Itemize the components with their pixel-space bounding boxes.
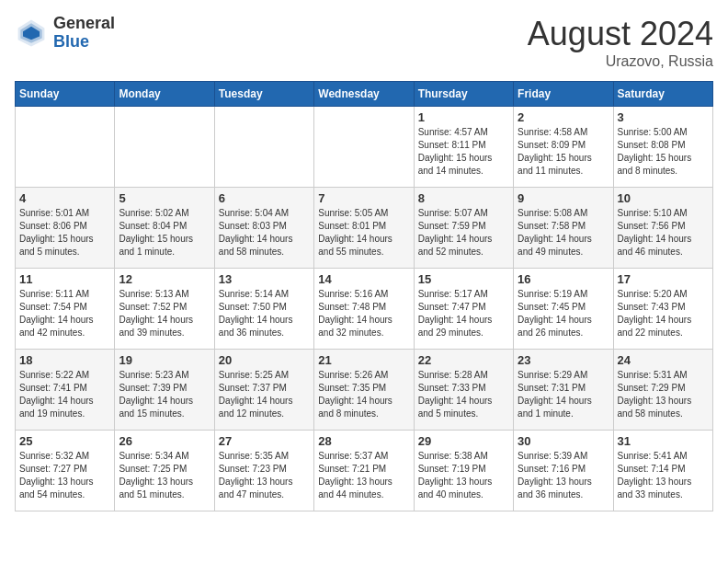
- day-number: 5: [119, 191, 210, 205]
- weekday-header-saturday: Saturday: [613, 82, 712, 107]
- day-number: 8: [418, 191, 509, 205]
- weekday-header-row: SundayMondayTuesdayWednesdayThursdayFrid…: [16, 82, 713, 107]
- calendar-week-4: 18Sunrise: 5:22 AM Sunset: 7:41 PM Dayli…: [16, 350, 713, 431]
- logo-icon: [15, 17, 48, 50]
- day-number: 13: [219, 272, 310, 286]
- logo: General Blue: [15, 15, 115, 52]
- calendar-week-2: 4Sunrise: 5:01 AM Sunset: 8:06 PM Daylig…: [16, 188, 713, 269]
- calendar-week-3: 11Sunrise: 5:11 AM Sunset: 7:54 PM Dayli…: [16, 269, 713, 350]
- calendar-week-5: 25Sunrise: 5:32 AM Sunset: 7:27 PM Dayli…: [16, 431, 713, 511]
- day-number: 30: [518, 434, 609, 448]
- calendar-cell: 29Sunrise: 5:38 AM Sunset: 7:19 PM Dayli…: [414, 431, 513, 511]
- day-info: Sunrise: 5:31 AM Sunset: 7:29 PM Dayligh…: [618, 369, 709, 420]
- day-number: 26: [119, 434, 210, 448]
- weekday-header-thursday: Thursday: [414, 82, 513, 107]
- calendar-cell: 24Sunrise: 5:31 AM Sunset: 7:29 PM Dayli…: [613, 350, 712, 431]
- calendar-cell: 28Sunrise: 5:37 AM Sunset: 7:21 PM Dayli…: [314, 431, 414, 511]
- day-number: 16: [518, 272, 609, 286]
- day-number: 3: [618, 110, 709, 124]
- day-info: Sunrise: 5:41 AM Sunset: 7:14 PM Dayligh…: [618, 450, 709, 501]
- calendar-cell: 7Sunrise: 5:05 AM Sunset: 8:01 PM Daylig…: [314, 188, 414, 269]
- day-info: Sunrise: 5:11 AM Sunset: 7:54 PM Dayligh…: [19, 288, 110, 339]
- calendar-cell: 5Sunrise: 5:02 AM Sunset: 8:04 PM Daylig…: [115, 188, 214, 269]
- calendar-cell: [314, 107, 414, 188]
- day-info: Sunrise: 5:29 AM Sunset: 7:31 PM Dayligh…: [518, 369, 609, 420]
- day-info: Sunrise: 5:04 AM Sunset: 8:03 PM Dayligh…: [219, 207, 310, 259]
- day-info: Sunrise: 4:57 AM Sunset: 8:11 PM Dayligh…: [418, 126, 509, 178]
- day-info: Sunrise: 5:32 AM Sunset: 7:27 PM Dayligh…: [19, 450, 110, 501]
- day-info: Sunrise: 5:16 AM Sunset: 7:48 PM Dayligh…: [318, 288, 409, 339]
- day-info: Sunrise: 5:25 AM Sunset: 7:37 PM Dayligh…: [219, 369, 310, 420]
- calendar-cell: 10Sunrise: 5:10 AM Sunset: 7:56 PM Dayli…: [613, 188, 712, 269]
- day-info: Sunrise: 5:22 AM Sunset: 7:41 PM Dayligh…: [19, 369, 110, 420]
- weekday-header-wednesday: Wednesday: [314, 82, 414, 107]
- calendar-cell: 26Sunrise: 5:34 AM Sunset: 7:25 PM Dayli…: [115, 431, 214, 511]
- calendar-cell: 25Sunrise: 5:32 AM Sunset: 7:27 PM Dayli…: [16, 431, 115, 511]
- month-year: August 2024: [528, 15, 713, 53]
- calendar-cell: 1Sunrise: 4:57 AM Sunset: 8:11 PM Daylig…: [414, 107, 513, 188]
- day-number: 29: [418, 434, 509, 448]
- calendar-cell: 4Sunrise: 5:01 AM Sunset: 8:06 PM Daylig…: [16, 188, 115, 269]
- calendar-week-1: 1Sunrise: 4:57 AM Sunset: 8:11 PM Daylig…: [16, 107, 713, 188]
- calendar-cell: 11Sunrise: 5:11 AM Sunset: 7:54 PM Dayli…: [16, 269, 115, 350]
- day-info: Sunrise: 5:10 AM Sunset: 7:56 PM Dayligh…: [618, 207, 709, 259]
- calendar-cell: 9Sunrise: 5:08 AM Sunset: 7:58 PM Daylig…: [514, 188, 613, 269]
- day-info: Sunrise: 5:00 AM Sunset: 8:08 PM Dayligh…: [618, 126, 709, 178]
- calendar-cell: 17Sunrise: 5:20 AM Sunset: 7:43 PM Dayli…: [613, 269, 712, 350]
- title-block: August 2024 Urazovo, Russia: [528, 15, 713, 70]
- calendar-cell: 2Sunrise: 4:58 AM Sunset: 8:09 PM Daylig…: [514, 107, 613, 188]
- day-info: Sunrise: 5:26 AM Sunset: 7:35 PM Dayligh…: [318, 369, 409, 420]
- calendar-cell: [16, 107, 115, 188]
- location: Urazovo, Russia: [528, 53, 713, 70]
- day-number: 17: [618, 272, 709, 286]
- calendar-cell: 3Sunrise: 5:00 AM Sunset: 8:08 PM Daylig…: [613, 107, 712, 188]
- day-info: Sunrise: 5:01 AM Sunset: 8:06 PM Dayligh…: [19, 207, 110, 259]
- calendar-cell: 8Sunrise: 5:07 AM Sunset: 7:59 PM Daylig…: [414, 188, 513, 269]
- calendar-cell: 15Sunrise: 5:17 AM Sunset: 7:47 PM Dayli…: [414, 269, 513, 350]
- calendar-cell: 14Sunrise: 5:16 AM Sunset: 7:48 PM Dayli…: [314, 269, 414, 350]
- day-number: 27: [219, 434, 310, 448]
- day-info: Sunrise: 5:08 AM Sunset: 7:58 PM Dayligh…: [518, 207, 609, 259]
- logo-text: General Blue: [53, 15, 115, 52]
- day-info: Sunrise: 5:34 AM Sunset: 7:25 PM Dayligh…: [119, 450, 210, 501]
- day-number: 1: [418, 110, 509, 124]
- day-info: Sunrise: 5:37 AM Sunset: 7:21 PM Dayligh…: [318, 450, 409, 501]
- calendar: SundayMondayTuesdayWednesdayThursdayFrid…: [15, 81, 713, 511]
- calendar-cell: [115, 107, 214, 188]
- calendar-cell: 6Sunrise: 5:04 AM Sunset: 8:03 PM Daylig…: [214, 188, 313, 269]
- calendar-cell: [214, 107, 313, 188]
- calendar-cell: 31Sunrise: 5:41 AM Sunset: 7:14 PM Dayli…: [613, 431, 712, 511]
- day-number: 22: [418, 353, 509, 367]
- calendar-cell: 18Sunrise: 5:22 AM Sunset: 7:41 PM Dayli…: [16, 350, 115, 431]
- day-number: 20: [219, 353, 310, 367]
- calendar-cell: 30Sunrise: 5:39 AM Sunset: 7:16 PM Dayli…: [514, 431, 613, 511]
- day-number: 7: [318, 191, 409, 205]
- day-number: 25: [19, 434, 110, 448]
- calendar-cell: 19Sunrise: 5:23 AM Sunset: 7:39 PM Dayli…: [115, 350, 214, 431]
- calendar-cell: 23Sunrise: 5:29 AM Sunset: 7:31 PM Dayli…: [514, 350, 613, 431]
- day-info: Sunrise: 5:02 AM Sunset: 8:04 PM Dayligh…: [119, 207, 210, 259]
- day-info: Sunrise: 5:19 AM Sunset: 7:45 PM Dayligh…: [518, 288, 609, 339]
- day-info: Sunrise: 5:39 AM Sunset: 7:16 PM Dayligh…: [518, 450, 609, 501]
- day-number: 18: [19, 353, 110, 367]
- day-number: 11: [19, 272, 110, 286]
- calendar-cell: 16Sunrise: 5:19 AM Sunset: 7:45 PM Dayli…: [514, 269, 613, 350]
- calendar-cell: 27Sunrise: 5:35 AM Sunset: 7:23 PM Dayli…: [214, 431, 313, 511]
- calendar-cell: 22Sunrise: 5:28 AM Sunset: 7:33 PM Dayli…: [414, 350, 513, 431]
- calendar-cell: 21Sunrise: 5:26 AM Sunset: 7:35 PM Dayli…: [314, 350, 414, 431]
- calendar-cell: 13Sunrise: 5:14 AM Sunset: 7:50 PM Dayli…: [214, 269, 313, 350]
- day-info: Sunrise: 5:13 AM Sunset: 7:52 PM Dayligh…: [119, 288, 210, 339]
- day-number: 2: [518, 110, 609, 124]
- day-info: Sunrise: 5:35 AM Sunset: 7:23 PM Dayligh…: [219, 450, 310, 501]
- day-info: Sunrise: 5:14 AM Sunset: 7:50 PM Dayligh…: [219, 288, 310, 339]
- day-number: 12: [119, 272, 210, 286]
- day-info: Sunrise: 5:17 AM Sunset: 7:47 PM Dayligh…: [418, 288, 509, 339]
- day-number: 14: [318, 272, 409, 286]
- day-info: Sunrise: 5:20 AM Sunset: 7:43 PM Dayligh…: [618, 288, 709, 339]
- weekday-header-sunday: Sunday: [16, 82, 115, 107]
- weekday-header-friday: Friday: [514, 82, 613, 107]
- calendar-cell: 12Sunrise: 5:13 AM Sunset: 7:52 PM Dayli…: [115, 269, 214, 350]
- day-number: 24: [618, 353, 709, 367]
- day-info: Sunrise: 5:05 AM Sunset: 8:01 PM Dayligh…: [318, 207, 409, 259]
- day-number: 23: [518, 353, 609, 367]
